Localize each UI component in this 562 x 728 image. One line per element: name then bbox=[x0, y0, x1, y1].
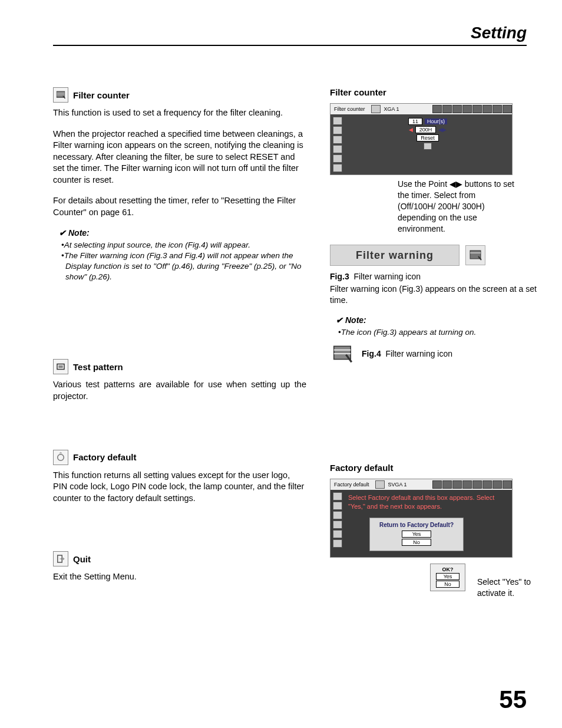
note-item: The icon (Fig.3) appears at turning on. bbox=[338, 327, 542, 338]
right-title: Filter counter bbox=[330, 87, 542, 97]
caption: Use the Point ◀▶ buttons to set the time… bbox=[398, 179, 515, 234]
paragraph: For details about resetting the timer, r… bbox=[53, 195, 306, 218]
filter-warning-banner: Filter warning bbox=[330, 245, 542, 266]
note-item: The Filter warning icon (Fig.3 and Fig.4… bbox=[61, 251, 306, 283]
hours-value: 11 bbox=[408, 118, 422, 125]
screenshot-panel: 11 Hour(s) ◀ 200H ◀▶ Reset bbox=[346, 117, 510, 172]
confirm-dialog-2: OK? Yes No bbox=[430, 564, 465, 591]
filter-warning-icon bbox=[465, 245, 485, 265]
toolbar-icons bbox=[432, 480, 512, 489]
note-item: At selecting input source, the icon (Fig… bbox=[61, 240, 306, 251]
yes-button: Yes bbox=[402, 531, 431, 538]
no-button: No bbox=[402, 539, 431, 546]
fig3-label: Fig.3 Filter warning icon bbox=[330, 272, 542, 281]
screenshot-title: Filter counter bbox=[330, 106, 369, 112]
section-test-pattern: Test pattern Various test patterns are a… bbox=[53, 359, 306, 402]
no-button: No bbox=[436, 581, 459, 588]
toolbar-icon bbox=[371, 105, 381, 113]
paragraph: This function is used to set a frequency… bbox=[53, 107, 306, 119]
screenshot-mode: SVGA 1 bbox=[385, 482, 411, 487]
instruction-text: Select Factory default and this box appe… bbox=[346, 492, 510, 512]
page-header: Setting bbox=[53, 24, 527, 46]
side-icons bbox=[333, 117, 342, 172]
timer-option: 200H bbox=[415, 126, 437, 133]
section-title: Factory default bbox=[73, 452, 137, 462]
yes-button: Yes bbox=[436, 573, 459, 580]
paragraph: This function returns all setting values… bbox=[53, 470, 306, 505]
banner-text: Filter warning bbox=[330, 245, 459, 266]
right-title: Factory default bbox=[330, 463, 542, 473]
fig4-label: Fig.4 Filter warning icon bbox=[362, 349, 452, 358]
caption: Select "Yes" to activate it. bbox=[477, 577, 542, 599]
section-factory-default: Factory default This function returns al… bbox=[53, 450, 306, 505]
test-pattern-icon bbox=[53, 359, 68, 374]
filter-warning-small-icon bbox=[330, 341, 355, 366]
paragraph: When the projector reached a specified t… bbox=[53, 129, 306, 186]
page-title: Setting bbox=[53, 24, 527, 42]
hours-unit: Hour(s) bbox=[425, 118, 447, 124]
svg-rect-4 bbox=[58, 365, 63, 368]
factory-default-icon bbox=[53, 450, 68, 465]
note-label: Note: bbox=[59, 228, 306, 238]
fig3-desc: Filter warning icon (Fig.3) appears on t… bbox=[330, 284, 542, 306]
section-title: Test pattern bbox=[73, 362, 123, 372]
page-number: 55 bbox=[499, 686, 527, 714]
svg-point-5 bbox=[58, 454, 64, 460]
note-list: At selecting input source, the icon (Fig… bbox=[53, 240, 306, 283]
side-icons bbox=[333, 492, 342, 555]
right-filter-counter: Filter counter Filter counter XGA 1 bbox=[330, 87, 542, 366]
filter-counter-screenshot: Filter counter XGA 1 11 bbox=[330, 103, 513, 175]
section-quit: Quit Exit the Setting Menu. bbox=[53, 551, 306, 583]
section-filter-counter: Filter counter This function is used to … bbox=[53, 87, 306, 282]
screenshot-title: Factory default bbox=[330, 482, 373, 487]
confirm2-title: OK? bbox=[433, 566, 462, 572]
right-factory-default: Factory default Factory default SVGA 1 bbox=[330, 463, 542, 598]
filter-counter-icon bbox=[53, 87, 68, 103]
factory-default-screenshot: Factory default SVGA 1 Select Factory de… bbox=[330, 479, 513, 558]
paragraph: Exit the Setting Menu. bbox=[53, 571, 306, 583]
note-label: Note: bbox=[336, 315, 542, 325]
note-list: The icon (Fig.3) appears at turning on. bbox=[330, 327, 542, 338]
confirm-title: Return to Factory Default? bbox=[373, 522, 459, 528]
paragraph: Various test patterns are available for … bbox=[53, 379, 306, 402]
quit-icon bbox=[53, 551, 68, 566]
toolbar-icon bbox=[375, 480, 385, 489]
toolbar-icons bbox=[432, 105, 512, 113]
reset-button: Reset bbox=[416, 134, 439, 141]
screenshot-mode: XGA 1 bbox=[381, 106, 403, 112]
section-title: Quit bbox=[73, 554, 91, 564]
section-title: Filter counter bbox=[73, 90, 130, 100]
confirm-dialog-1: Return to Factory Default? Yes No bbox=[369, 518, 464, 551]
